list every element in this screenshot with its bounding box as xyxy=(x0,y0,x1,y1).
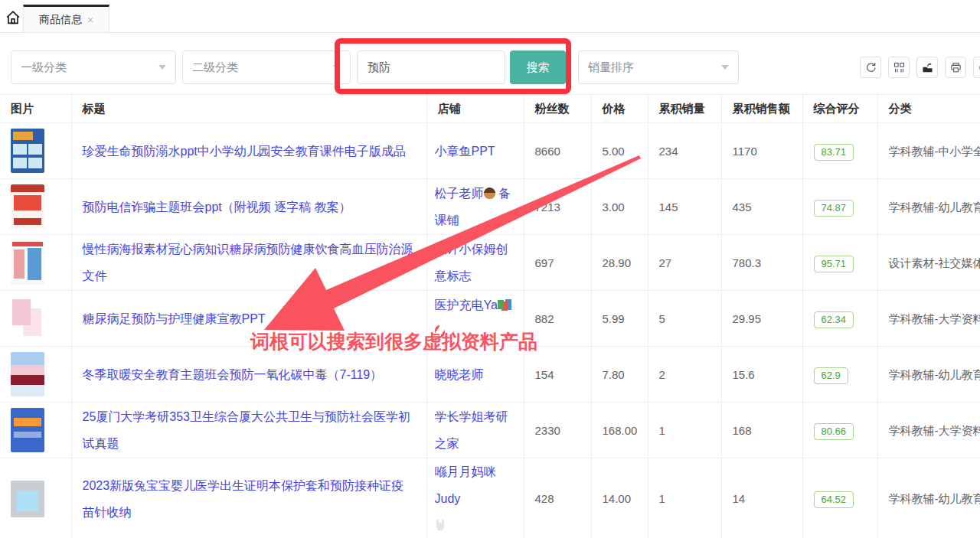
product-thumbnail[interactable] xyxy=(11,184,44,229)
price: 7.80 xyxy=(591,347,648,403)
tab-bar: 商品信息 × xyxy=(0,0,980,33)
product-thumbnail[interactable] xyxy=(11,352,44,396)
primary-category-placeholder: 一级分类 xyxy=(21,60,158,75)
table-row: 慢性病海报素材冠心病知识糖尿病预防健康饮食高血压防治源文件 设计小保姆创意标志 … xyxy=(0,235,980,291)
secondary-category-select[interactable]: 二级分类 xyxy=(182,51,351,84)
cumulative-sales: 234 xyxy=(648,123,721,179)
product-thumbnail[interactable] xyxy=(11,408,44,452)
shop-link[interactable]: 设计小保姆创意标志 xyxy=(435,243,508,282)
close-icon[interactable]: × xyxy=(87,15,93,25)
column-header: 粉丝数 xyxy=(524,95,591,123)
fans-count: 154 xyxy=(524,347,591,403)
sort-value: 销量排序 xyxy=(588,60,721,75)
product-title-link[interactable]: 珍爱生命预防溺水ppt中小学幼儿园安全教育课件电子版成品 xyxy=(83,145,406,158)
column-header: 标题 xyxy=(71,95,426,123)
chevron-down-icon xyxy=(333,65,341,70)
shop-link[interactable]: 学长学姐考研之家 xyxy=(435,410,508,450)
category: 学科教辅-幼儿教育 xyxy=(877,179,980,235)
product-info-page: 商品信息 × 一级分类 二级分类 搜索 销量排序 xyxy=(0,0,980,538)
column-settings-button[interactable] xyxy=(888,57,910,78)
print-button[interactable] xyxy=(945,57,966,78)
cumulative-sales-amount: 435 xyxy=(721,179,802,235)
price: 14.00 xyxy=(591,458,648,538)
search-input[interactable] xyxy=(357,51,505,84)
cumulative-sales-amount: 15.6 xyxy=(721,347,802,403)
cumulative-sales-amount: 14 xyxy=(721,458,802,538)
category: 设计素材-社交媒体 xyxy=(877,235,980,291)
products-table: 图片标题店铺粉丝数价格累积销量累积销售额综合评分分类 珍爱生命预防溺水ppt中小… xyxy=(0,94,980,538)
cumulative-sales-amount: 29.95 xyxy=(721,291,802,347)
column-header: 累积销量 xyxy=(648,95,721,123)
cumulative-sales-amount: 1170 xyxy=(721,123,802,179)
table-row: 糖尿病足预防与护理健康宣教PPT 医护充电Ya 882 5.99 5 29.95… xyxy=(0,291,980,347)
category: 学科教辅-大学资料 xyxy=(877,403,980,458)
score-badge: 62.34 xyxy=(814,311,854,328)
product-thumbnail[interactable] xyxy=(11,129,44,173)
home-icon xyxy=(5,9,21,26)
score-badge: 80.66 xyxy=(814,423,854,440)
more-tools-icon xyxy=(978,61,980,74)
column-header: 分类 xyxy=(877,95,980,123)
refresh-icon xyxy=(864,61,877,74)
product-title-link[interactable]: 慢性病海报素材冠心病知识糖尿病预防健康饮食高血压防治源文件 xyxy=(83,243,413,282)
score-badge: 64.52 xyxy=(814,491,854,508)
shop-link[interactable]: 松子老师 备课铺 xyxy=(435,187,511,227)
fans-count: 428 xyxy=(524,458,591,538)
product-thumbnail[interactable] xyxy=(11,240,44,285)
product-thumbnail[interactable] xyxy=(11,296,44,341)
chevron-down-icon xyxy=(158,65,166,70)
cumulative-sales-amount: 168 xyxy=(721,403,802,458)
print-icon xyxy=(949,61,962,74)
cumulative-sales: 2 xyxy=(648,347,721,403)
tab-label: 商品信息 xyxy=(39,13,82,27)
table-body: 珍爱生命预防溺水ppt中小学幼儿园安全教育课件电子版成品 小章鱼PPT 8660… xyxy=(0,123,980,538)
price: 3.00 xyxy=(591,179,648,235)
filter-toolbar: 一级分类 二级分类 搜索 销量排序 xyxy=(0,51,980,84)
product-title-link[interactable]: 糖尿病足预防与护理健康宣教PPT xyxy=(83,312,266,325)
secondary-category-placeholder: 二级分类 xyxy=(192,60,333,75)
books-icon xyxy=(498,299,511,311)
export-icon xyxy=(921,61,934,74)
column-header: 价格 xyxy=(591,95,648,123)
primary-category-select[interactable]: 一级分类 xyxy=(11,51,176,84)
more-tools-button[interactable] xyxy=(973,57,980,78)
category: 学科教辅-大学资料 xyxy=(877,291,980,347)
chevron-down-icon xyxy=(721,65,729,70)
search-button[interactable]: 搜索 xyxy=(510,51,566,84)
table-row: 冬季取暖安全教育主题班会预防一氧化碳中毒（7-119） 晓晓老师 154 7.8… xyxy=(0,347,980,403)
column-header: 店铺 xyxy=(426,95,524,123)
export-button[interactable] xyxy=(916,57,938,78)
cumulative-sales: 1 xyxy=(648,458,721,538)
cumulative-sales-amount: 780.3 xyxy=(721,235,802,291)
price: 5.99 xyxy=(591,291,648,347)
shop-link[interactable]: 医护充电Ya xyxy=(435,298,511,338)
fans-count: 697 xyxy=(524,235,591,291)
product-title-link[interactable]: 25厦门大学考研353卫生综合厦大公共卫生与预防社会医学初试真题 xyxy=(83,410,411,450)
score-badge: 74.87 xyxy=(814,200,854,217)
shop-link[interactable]: 晓晓老师 xyxy=(435,368,484,381)
table-row: 25厦门大学考研353卫生综合厦大公共卫生与预防社会医学初试真题 学长学姐考研之… xyxy=(0,403,980,458)
cumulative-sales: 5 xyxy=(648,291,721,347)
product-title-link[interactable]: 2023新版兔宝宝婴儿医学出生证明本保护套和预防接种证疫苗针收纳 xyxy=(83,479,404,519)
home-button[interactable] xyxy=(3,8,23,27)
cumulative-sales: 145 xyxy=(648,179,721,235)
product-title-link[interactable]: 预防电信诈骗主题班会ppt（附视频 逐字稿 教案） xyxy=(83,201,351,214)
product-title-link[interactable]: 冬季取暖安全教育主题班会预防一氧化碳中毒（7-119） xyxy=(83,368,383,381)
refresh-button[interactable] xyxy=(860,57,881,78)
table-row: 珍爱生命预防溺水ppt中小学幼儿园安全教育课件电子版成品 小章鱼PPT 8660… xyxy=(0,123,980,179)
shop-link[interactable]: 小章鱼PPT xyxy=(435,145,495,158)
chestnut-icon xyxy=(484,187,495,199)
product-thumbnail[interactable] xyxy=(11,481,44,517)
category: 学科教辅-中小学全科 xyxy=(877,123,980,179)
rocket-icon xyxy=(433,324,446,338)
sort-select[interactable]: 销量排序 xyxy=(578,51,739,84)
column-header: 综合评分 xyxy=(802,95,877,123)
shop-link[interactable]: 喺月月妈咪Judy xyxy=(435,465,496,532)
category: 学科教辅-幼儿教育 xyxy=(877,458,980,538)
table-row: 预防电信诈骗主题班会ppt（附视频 逐字稿 教案） 松子老师 备课铺 7213 … xyxy=(0,179,980,235)
rabbit-icon xyxy=(435,520,446,531)
tab-product-info[interactable]: 商品信息 × xyxy=(23,5,109,33)
category: 学科教辅-幼儿教育 xyxy=(877,347,980,403)
score-badge: 62.9 xyxy=(814,367,848,384)
score-badge: 83.71 xyxy=(814,144,854,161)
